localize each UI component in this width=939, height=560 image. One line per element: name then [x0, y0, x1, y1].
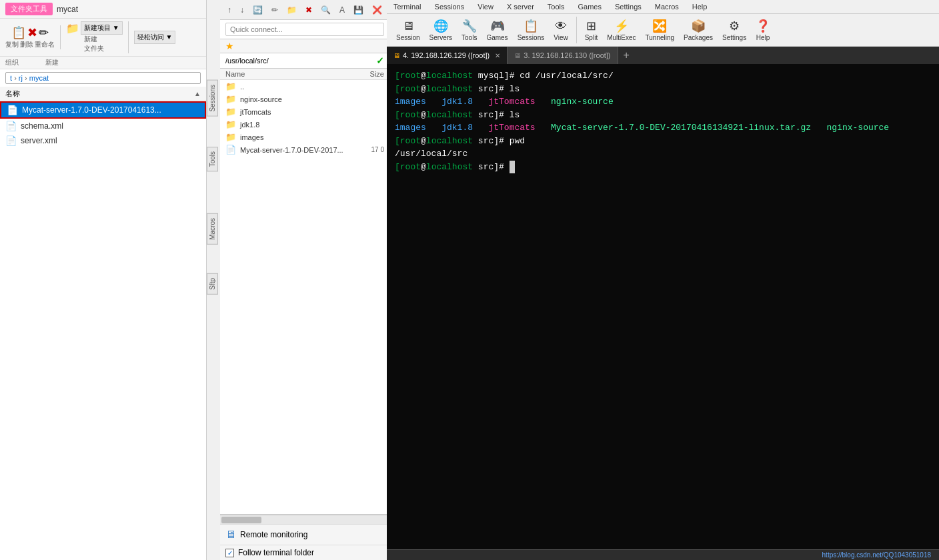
remote-monitoring-button[interactable]: 🖥 Remote monitoring — [220, 524, 389, 545]
file-list-header: 名称 ▲ — [0, 87, 206, 101]
file-name: Mycat-server-1.7.0-DEV-2017041613... — [22, 105, 161, 115]
menu-help[interactable]: Help — [686, 0, 714, 13]
menu-xserver[interactable]: X server — [500, 0, 541, 13]
list-item[interactable]: 📁 images — [220, 131, 389, 143]
sftp-file-name: .. — [240, 83, 384, 91]
table-row[interactable]: 📄 schema.xml — [0, 119, 206, 133]
breadcrumb-rj[interactable]: rj — [19, 74, 23, 82]
sftp-tab[interactable]: Sftp — [207, 273, 218, 295]
view-button[interactable]: 👁 View — [550, 18, 572, 43]
sessions-label: Sessions — [518, 34, 545, 41]
macros-tab[interactable]: Macros — [207, 213, 218, 245]
sessions-button[interactable]: 📋 Sessions — [514, 17, 549, 43]
games-button[interactable]: 🎮 Games — [482, 17, 512, 43]
file-icon: 📄 — [5, 135, 17, 146]
split-label: Split — [585, 34, 598, 41]
sftp-scrollbar-thumb[interactable] — [221, 517, 261, 523]
multiexec-label: MultiExec — [607, 34, 636, 41]
rename-button[interactable]: ✏ — [39, 25, 49, 40]
term-output-line2: images jdk1.8 jtTomcats Mycat-server-1.7… — [395, 121, 931, 135]
breadcrumb-t[interactable]: t — [10, 74, 12, 82]
status-url[interactable]: https://blog.csdn.net/QQ1043051018 — [822, 551, 931, 559]
menu-settings[interactable]: Settings — [608, 0, 648, 13]
sftp-search-button[interactable]: 🔍 — [317, 3, 334, 17]
terminal-area: Terminal Sessions View X server Tools Ga… — [387, 0, 939, 560]
menu-view[interactable]: View — [471, 0, 500, 13]
settings-icon: ⚙ — [729, 19, 740, 33]
sftp-path-ok-icon: ✓ — [376, 55, 384, 66]
new-section: 📁 新建项目 ▼ 新建 文件夹 — [66, 21, 129, 53]
breadcrumb-mycat[interactable]: mycat — [29, 74, 49, 82]
list-item[interactable]: 📄 Mycat-server-1.7.0-DEV-2017... 17 0 — [220, 143, 389, 156]
sftp-download-button[interactable]: ↓ — [237, 3, 247, 17]
help-button[interactable]: ❓ Help — [752, 17, 774, 43]
term-prompt-line: [root@localhost src]# — [395, 161, 931, 174]
toolbar-separator — [576, 17, 577, 43]
copy-group: 📋 ✖ ✏ 复制 删除 重命名 — [5, 25, 55, 49]
menu-macros[interactable]: Macros — [648, 0, 686, 13]
tools-button[interactable]: 🔧 Tools — [457, 17, 481, 43]
table-row[interactable]: 📄 server.xml — [0, 133, 206, 148]
multiexec-button[interactable]: ⚡ MultiExec — [603, 17, 640, 43]
sftp-rename-button[interactable]: A — [336, 3, 348, 17]
easy-access-button[interactable]: 轻松访问 ▼ — [134, 31, 176, 44]
follow-terminal-label: Follow terminal folder — [238, 548, 314, 557]
sftp-scrollbar[interactable] — [220, 515, 389, 524]
term-line: [root@localhost mysql]# cd /usr/local/sr… — [395, 69, 931, 83]
sftp-newfolder-button[interactable]: 📁 — [283, 3, 300, 17]
sort-arrow[interactable]: ▲ — [194, 90, 201, 97]
term-prompt: [root — [395, 83, 421, 96]
sftp-up-button[interactable]: ↑ — [224, 3, 235, 17]
new-folder-button[interactable]: 📁 — [66, 21, 79, 35]
sftp-delete-button[interactable]: ✖ — [302, 3, 315, 17]
term-cmd: cd /usr/local/src/ — [514, 69, 613, 83]
tools-icon: 🔧 — [462, 19, 477, 33]
tab-inactive[interactable]: 🖥 3. 192.168.126.130 ([root]) — [508, 47, 618, 64]
session-button[interactable]: 🖥 Session — [392, 18, 424, 43]
sort-name-column[interactable]: 名称 — [5, 89, 20, 99]
follow-terminal-checkbox[interactable]: ✓ — [225, 549, 234, 557]
quick-connect-bar — [220, 20, 389, 39]
tab-active[interactable]: 🖥 4. 192.168.126.129 ([root]) ✕ — [387, 47, 508, 64]
quick-connect-input[interactable] — [225, 23, 384, 36]
packages-button[interactable]: 📦 Packages — [680, 17, 717, 43]
folder-tools-tab[interactable]: 文件夹工具 — [5, 3, 53, 15]
table-row[interactable]: 📄 Mycat-server-1.7.0-DEV-2017041613... — [0, 101, 206, 119]
list-item[interactable]: 📁 .. — [220, 80, 389, 93]
sessions-tab[interactable]: Sessions — [207, 80, 218, 117]
help-label: Help — [756, 34, 770, 41]
menu-tools[interactable]: Tools — [541, 0, 572, 13]
new-section-label: 新建 — [45, 58, 59, 67]
section-labels: 组织 新建 — [0, 57, 206, 69]
sftp-save-button[interactable]: 💾 — [350, 3, 367, 17]
menu-games[interactable]: Games — [572, 0, 608, 13]
tab-close-icon[interactable]: ✕ — [495, 52, 500, 59]
tunneling-button[interactable]: 🔀 Tunneling — [642, 17, 679, 43]
settings-button[interactable]: ⚙ Settings — [718, 17, 750, 43]
sftp-refresh-button[interactable]: 🔄 — [249, 3, 266, 17]
sftp-edit-button[interactable]: ✏ — [268, 3, 281, 17]
servers-button[interactable]: 🌐 Servers — [425, 17, 456, 43]
folder-icon: 📁 — [225, 119, 236, 129]
copy-button[interactable]: 📋 — [11, 25, 26, 40]
menu-sessions[interactable]: Sessions — [428, 0, 472, 13]
add-tab-button[interactable]: + — [618, 47, 635, 64]
tools-tab[interactable]: Tools — [207, 147, 218, 171]
sftp-file-name: jdk1.8 — [240, 121, 384, 129]
address-bar[interactable]: t › rj › mycat — [5, 72, 201, 84]
sftp-toolbar: ↑ ↓ 🔄 ✏ 📁 ✖ 🔍 A 💾 ❌ 《 — [220, 0, 389, 20]
list-item[interactable]: 📁 nginx-source — [220, 93, 389, 105]
list-item[interactable]: 📁 jdk1.8 — [220, 118, 389, 131]
delete-button[interactable]: ✖ — [27, 25, 37, 40]
new-item-button[interactable]: 新建项目 ▼ — [81, 21, 123, 35]
split-button[interactable]: ⊞ Split — [581, 17, 602, 43]
sftp-file-name: nginx-source — [240, 95, 384, 103]
sessions-icon: 📋 — [524, 19, 538, 33]
sftp-close-button[interactable]: ❌ — [369, 3, 385, 17]
list-item[interactable]: 📁 jtTomcats — [220, 105, 389, 118]
terminal-toolbar: 🖥 Session 🌐 Servers 🔧 Tools 🎮 Games 📋 Se… — [387, 14, 939, 47]
terminal-content[interactable]: [root@localhost mysql]# cd /usr/local/sr… — [387, 64, 939, 549]
session-icon: 🖥 — [402, 19, 414, 33]
menu-terminal[interactable]: Terminal — [387, 0, 428, 13]
organize-section: 📋 ✖ ✏ 复制 删除 重命名 — [5, 25, 61, 49]
